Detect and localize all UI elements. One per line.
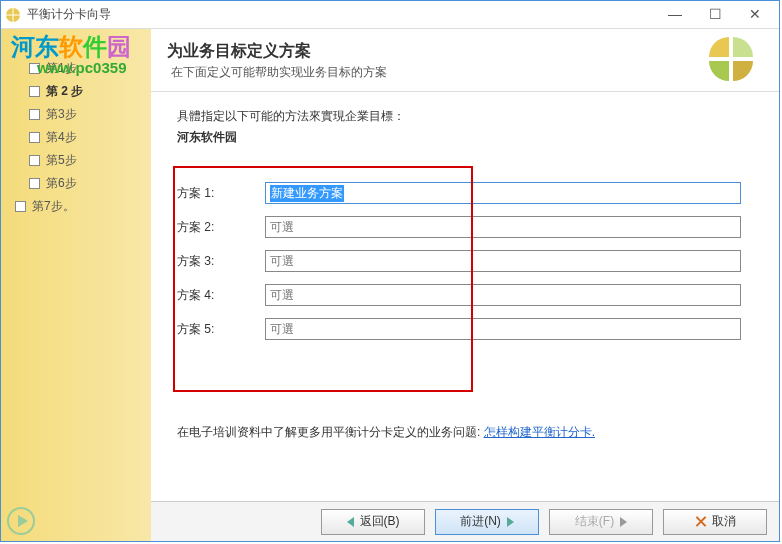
- step-5[interactable]: 第5步: [7, 149, 145, 172]
- step-4[interactable]: 第4步: [7, 126, 145, 149]
- field-row-4: 方案 4:: [177, 284, 741, 306]
- steps-list: 第1步 第 2 步 第3步 第4步 第5步 第6步 第7步。: [7, 57, 145, 218]
- step-checkbox-icon: [29, 178, 40, 189]
- field-row-1: 方案 1: 新建业务方案: [177, 182, 741, 204]
- field-label: 方案 5:: [177, 321, 265, 338]
- step-2[interactable]: 第 2 步: [7, 80, 145, 103]
- step-checkbox-icon: [29, 86, 40, 97]
- cancel-button[interactable]: 取消: [663, 509, 767, 535]
- step-1[interactable]: 第1步: [7, 57, 145, 80]
- field-label: 方案 1:: [177, 185, 265, 202]
- play-icon[interactable]: [7, 507, 35, 535]
- step-7[interactable]: 第7步。: [7, 195, 145, 218]
- instruction-text: 具體指定以下可能的方法來實現企業目標：: [177, 108, 753, 125]
- step-checkbox-icon: [29, 155, 40, 166]
- field-row-2: 方案 2:: [177, 216, 741, 238]
- step-checkbox-icon: [15, 201, 26, 212]
- initiative-input-4[interactable]: [265, 284, 741, 306]
- step-checkbox-icon: [29, 132, 40, 143]
- step-checkbox-icon: [29, 63, 40, 74]
- button-label: 取消: [712, 513, 736, 530]
- button-label: 返回(B): [360, 513, 400, 530]
- arrow-left-icon: [347, 517, 354, 527]
- page-subtitle: 在下面定义可能帮助实现业务目标的方案: [167, 64, 709, 81]
- step-label: 第6步: [46, 175, 77, 192]
- initiative-input-5[interactable]: [265, 318, 741, 340]
- initiative-input-3[interactable]: [265, 250, 741, 272]
- content-area: 为业务目标定义方案 在下面定义可能帮助实现业务目标的方案 具體指定以下可能的方法…: [151, 29, 779, 541]
- header-text: 为业务目标定义方案 在下面定义可能帮助实现业务目标的方案: [167, 37, 709, 81]
- step-6[interactable]: 第6步: [7, 172, 145, 195]
- app-icon: [5, 7, 21, 23]
- window-title: 平衡计分卡向导: [27, 6, 655, 23]
- footer-bar: 返回(B) 前进(N) 结束(F) 取消: [151, 501, 779, 541]
- initiative-input-2[interactable]: [265, 216, 741, 238]
- page-title: 为业务目标定义方案: [167, 41, 709, 62]
- step-label: 第7步。: [32, 198, 75, 215]
- arrow-right-icon: [507, 517, 514, 527]
- minimize-button[interactable]: —: [655, 2, 695, 28]
- window-body: 河东软件园 www.pc0359 第1步 第 2 步 第3步 第4步 第5步 第…: [1, 29, 779, 541]
- maximize-button[interactable]: ☐: [695, 2, 735, 28]
- cancel-x-icon: [695, 516, 706, 527]
- step-checkbox-icon: [29, 109, 40, 120]
- arrow-right-icon: [620, 517, 627, 527]
- field-row-5: 方案 5:: [177, 318, 741, 340]
- initiatives-form: 方案 1: 新建业务方案 方案 2: 方案 3: 方案 4:: [177, 170, 753, 364]
- wizard-window: 平衡计分卡向导 — ☐ ✕ 河东软件园 www.pc0359 第1步 第 2 步…: [0, 0, 780, 542]
- step-label: 第5步: [46, 152, 77, 169]
- button-label: 结束(F): [575, 513, 614, 530]
- step-label: 第1步: [46, 60, 77, 77]
- bsc-logo-icon: [709, 37, 757, 85]
- steps-sidebar: 第1步 第 2 步 第3步 第4步 第5步 第6步 第7步。: [1, 29, 151, 541]
- step-label: 第 2 步: [46, 83, 83, 100]
- next-button[interactable]: 前进(N): [435, 509, 539, 535]
- help-link[interactable]: 怎样构建平衡计分卡.: [484, 425, 595, 439]
- initiative-input-1[interactable]: 新建业务方案: [265, 182, 741, 204]
- title-bar: 平衡计分卡向导 — ☐ ✕: [1, 1, 779, 29]
- help-text: 在电子培训资料中了解更多用平衡计分卡定义的业务问题: 怎样构建平衡计分卡.: [177, 424, 753, 441]
- field-label: 方案 3:: [177, 253, 265, 270]
- main-panel: 具體指定以下可能的方法來實現企業目標： 河东软件园 方案 1: 新建业务方案 方…: [151, 92, 779, 501]
- field-label: 方案 2:: [177, 219, 265, 236]
- field-label: 方案 4:: [177, 287, 265, 304]
- button-label: 前进(N): [460, 513, 501, 530]
- close-button[interactable]: ✕: [735, 2, 775, 28]
- finish-button: 结束(F): [549, 509, 653, 535]
- step-3[interactable]: 第3步: [7, 103, 145, 126]
- content-header: 为业务目标定义方案 在下面定义可能帮助实现业务目标的方案: [151, 29, 779, 92]
- field-row-3: 方案 3:: [177, 250, 741, 272]
- org-name: 河东软件园: [177, 129, 753, 146]
- back-button[interactable]: 返回(B): [321, 509, 425, 535]
- step-label: 第3步: [46, 106, 77, 123]
- step-label: 第4步: [46, 129, 77, 146]
